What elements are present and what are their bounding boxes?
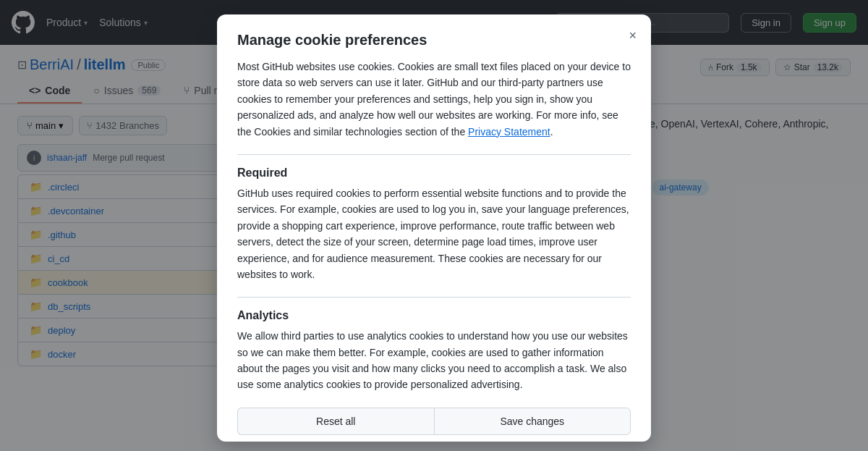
modal-close-button[interactable]: ×: [626, 26, 639, 45]
modal-intro-text: Most GitHub websites use cookies. Cookie…: [237, 59, 631, 140]
page-background: Product ▾ Solutions ▾ 🔍 Search or jump t…: [0, 0, 868, 451]
required-section-title: Required: [237, 167, 631, 180]
analytics-section-title: Analytics: [237, 309, 631, 322]
reset-all-button[interactable]: Reset all: [237, 408, 434, 435]
modal-overlay: × Manage cookie preferences Most GitHub …: [0, 0, 868, 451]
modal-title: Manage cookie preferences: [237, 32, 631, 49]
cookie-modal: × Manage cookie preferences Most GitHub …: [217, 14, 651, 442]
modal-actions: Reset all Save changes: [237, 408, 631, 435]
required-section-body: GitHub uses required cookies to perform …: [237, 185, 631, 282]
modal-divider-2: [237, 297, 631, 298]
analytics-section-body: We allow third parties to use analytics …: [237, 328, 631, 393]
save-changes-button[interactable]: Save changes: [434, 408, 631, 435]
modal-divider: [237, 154, 631, 155]
privacy-statement-link[interactable]: Privacy Statement: [468, 126, 550, 138]
